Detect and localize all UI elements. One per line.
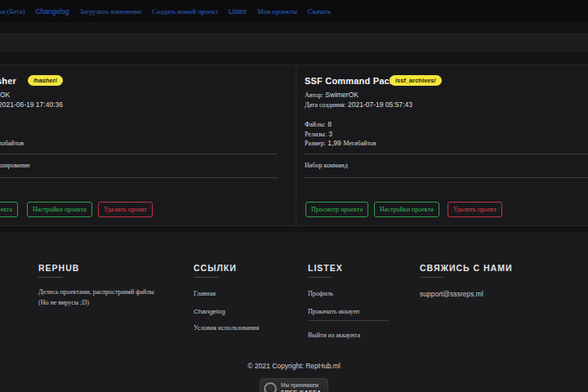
- project-created-date: Дата создания: 2021-07-19 05:57:43: [305, 100, 412, 109]
- divider: [305, 154, 588, 154]
- nav-link-upload-change[interactable]: Загрузить изменение: [80, 7, 142, 16]
- nav-link-download[interactable]: Скачать: [308, 7, 332, 16]
- project-size: Размер: 1,99 Мегабайтов: [305, 139, 376, 148]
- footer-support-email[interactable]: support@sssreps.ml: [420, 290, 483, 298]
- project-title: SSF Command Pack: [305, 76, 394, 86]
- footer-link-logout[interactable]: Выйти из аккаунта: [308, 332, 360, 339]
- view-project-button[interactable]: Просмотр проекта: [305, 202, 368, 217]
- project-size: лобайтов: [0, 139, 24, 148]
- project-description: ширование: [0, 162, 30, 169]
- page: аки (Бета) Changelog Загрузить изменение…: [0, 0, 588, 392]
- project-title: sher: [0, 76, 16, 86]
- footer: REPHUB Делись проектами, распространяй ф…: [0, 233, 588, 392]
- payment-badge-line1: Мы принимаем: [281, 382, 322, 389]
- delete-project-button[interactable]: Удалить проект: [98, 202, 153, 217]
- project-author: OK: [0, 91, 10, 100]
- footer-heading-links: ССЫЛКИ: [194, 263, 237, 273]
- freekassa-logo-icon: [264, 382, 277, 392]
- footer-column-divider: [308, 320, 390, 321]
- nav-link-beta[interactable]: аки (Бета): [0, 7, 24, 16]
- footer-link-home[interactable]: Главная: [194, 290, 216, 297]
- footer-heading-listex: LISTEX: [308, 263, 343, 273]
- nav-link-listex[interactable]: Listex: [229, 7, 247, 16]
- date-value: 2021-07-19 05:57:43: [348, 100, 412, 109]
- footer-heading-contact: СВЯЖИСЬ С НАМИ: [420, 263, 513, 273]
- project-settings-button[interactable]: Настройки проекта: [27, 202, 92, 217]
- size-unit: Мегабайтов: [343, 140, 376, 147]
- heading-underline: [420, 277, 444, 278]
- footer-link-profile[interactable]: Профиль: [308, 290, 333, 297]
- releases-value: 3: [328, 130, 332, 138]
- nav-link-my-projects[interactable]: Мои проекты: [257, 7, 297, 16]
- top-navbar: аки (Бета) Changelog Загрузить изменение…: [0, 0, 588, 22]
- nav-link-create-project[interactable]: Создать новый проект: [152, 7, 218, 16]
- nav-link-changelog[interactable]: Changelog: [35, 7, 69, 16]
- project-card-ssf-command-pack: SSF Command Pack /ssf_archives/ Автор: S…: [296, 65, 588, 227]
- footer-link-terms[interactable]: Условия использования: [194, 324, 259, 332]
- files-value: 8: [327, 120, 332, 128]
- footer-tagline-line1: Делись проектами, распространяй файлы: [38, 288, 154, 296]
- footer-link-changelog[interactable]: Changelog: [194, 308, 225, 315]
- footer-link-upgrade-account[interactable]: Прокачать аккаунт: [308, 308, 359, 315]
- author-label: Автор:: [305, 91, 323, 99]
- projects-section: sher /hasher/ OK 2021-06-19 17:40:36 лоб…: [0, 65, 588, 226]
- footer-tagline-line2: (Но не вирусы ;D): [38, 299, 89, 306]
- divider: [0, 177, 278, 178]
- heading-underline: [194, 277, 218, 278]
- project-created-date: 2021-06-19 17:40:36: [0, 100, 63, 109]
- divider: [0, 154, 278, 154]
- payment-badge-text: Мы принимаем FREE-KASSA: [281, 382, 322, 392]
- project-tag-badge: /hasher/: [28, 75, 63, 86]
- heading-underline: [38, 277, 63, 278]
- toolbar-strip: [0, 33, 588, 51]
- project-releases: Релизы: 3: [305, 130, 332, 139]
- footer-heading-rephub: REPHUB: [38, 263, 79, 273]
- project-settings-button[interactable]: Настройки проекта: [374, 202, 439, 217]
- releases-label: Релизы:: [305, 131, 327, 138]
- divider: [305, 177, 588, 178]
- size-label: Размер:: [305, 140, 326, 147]
- payment-badge-line2: FREE-KASSA: [281, 389, 322, 392]
- date-label: Дата создания:: [305, 101, 346, 109]
- project-tag-badge: /ssf_archives/: [390, 75, 442, 86]
- view-project-button[interactable]: екта: [0, 202, 18, 217]
- payment-badge[interactable]: Мы принимаем FREE-KASSA: [260, 378, 328, 392]
- size-value: 1,99: [327, 139, 341, 147]
- project-files: Файлы: 8: [305, 120, 332, 129]
- project-author: Автор: SwimerOK: [305, 91, 359, 100]
- delete-project-button[interactable]: Удалить проект: [448, 202, 502, 217]
- project-card-hasher: sher /hasher/ OK 2021-06-19 17:40:36 лоб…: [0, 65, 296, 227]
- author-value: SwimerOK: [325, 91, 359, 99]
- project-description: Набор комманд: [305, 162, 348, 169]
- copyright-text: © 2021 Copyright: RepHub.ml: [0, 362, 588, 370]
- files-label: Файлы:: [305, 121, 326, 128]
- heading-underline: [308, 277, 332, 278]
